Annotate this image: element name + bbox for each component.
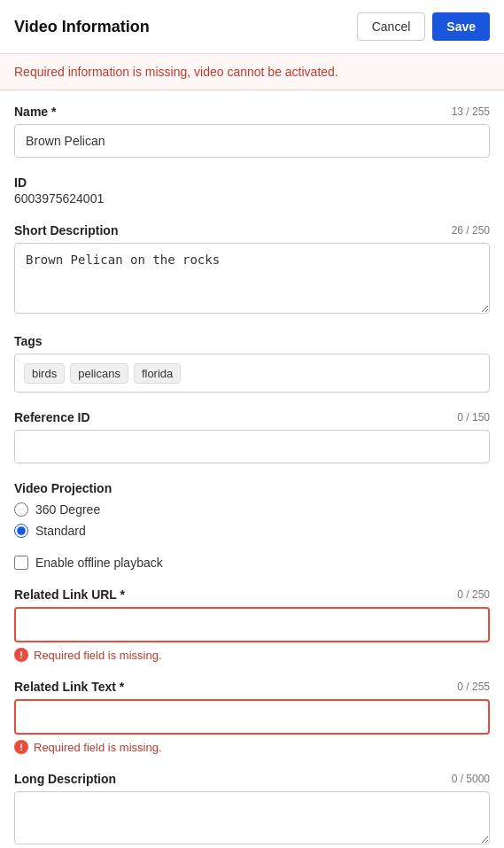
reference-id-label: Reference ID	[14, 410, 90, 424]
long-description-count: 0 / 5000	[452, 773, 490, 785]
tags-label: Tags	[14, 334, 490, 348]
offline-playback-label: Enable offline playback	[35, 556, 163, 570]
video-projection-label: Video Projection	[14, 481, 490, 495]
related-link-text-error-text: Required field is missing.	[34, 741, 162, 754]
radio-360-item[interactable]: 360 Degree	[14, 502, 490, 517]
name-field-group: Name * 13 / 255	[14, 105, 490, 158]
reference-id-input[interactable]	[14, 430, 490, 463]
cancel-button[interactable]: Cancel	[357, 12, 426, 41]
long-description-header: Long Description 0 / 5000	[14, 772, 490, 786]
name-field-header: Name * 13 / 255	[14, 105, 490, 119]
long-description-group: Long Description 0 / 5000	[14, 772, 490, 847]
long-description-label: Long Description	[14, 772, 116, 786]
name-input[interactable]	[14, 124, 490, 158]
error-banner-text: Required information is missing, video c…	[14, 65, 338, 79]
id-label: ID	[14, 175, 490, 190]
form-content: Name * 13 / 255 ID 6003975624001 Short D…	[0, 90, 504, 848]
video-projection-group: Video Projection 360 Degree Standard	[14, 481, 490, 538]
short-description-input[interactable]: Brown Pelican on the rocks	[14, 243, 490, 314]
reference-id-count: 0 / 150	[457, 411, 490, 424]
related-link-url-error: ! Required field is missing.	[14, 648, 490, 662]
radio-360-label: 360 Degree	[35, 502, 100, 517]
related-link-url-group: Related Link URL * 0 / 250 ! Required fi…	[14, 587, 490, 662]
short-description-header: Short Description 26 / 250	[14, 223, 490, 237]
tag-pelicans: pelicans	[70, 363, 128, 384]
id-value: 6003975624001	[14, 191, 490, 206]
short-description-label: Short Description	[14, 223, 118, 237]
long-description-input[interactable]	[14, 791, 490, 844]
related-link-text-error-icon: !	[14, 740, 28, 754]
related-link-url-error-text: Required field is missing.	[34, 649, 162, 662]
related-link-text-count: 0 / 255	[457, 681, 490, 693]
related-link-url-header: Related Link URL * 0 / 250	[14, 587, 490, 602]
related-link-url-count: 0 / 250	[457, 588, 490, 601]
related-link-text-group: Related Link Text * 0 / 255 ! Required f…	[14, 680, 490, 754]
name-label: Name *	[14, 105, 56, 119]
save-button[interactable]: Save	[432, 12, 490, 41]
name-count: 13 / 255	[452, 105, 490, 118]
related-link-text-header: Related Link Text * 0 / 255	[14, 680, 490, 694]
short-description-count: 26 / 250	[452, 224, 490, 237]
header-actions: Cancel Save	[357, 12, 490, 41]
related-link-url-error-icon: !	[14, 648, 28, 662]
radio-group: 360 Degree Standard	[14, 502, 490, 538]
related-link-text-input[interactable]	[14, 699, 490, 735]
related-link-text-label: Related Link Text *	[14, 680, 124, 694]
radio-standard-item[interactable]: Standard	[14, 524, 490, 538]
tag-birds: birds	[24, 363, 65, 384]
related-link-url-input[interactable]	[14, 607, 490, 642]
radio-standard-label: Standard	[35, 524, 86, 538]
tags-group: Tags birds pelicans florida	[14, 334, 490, 393]
id-section: ID 6003975624001	[14, 175, 490, 206]
tags-container[interactable]: birds pelicans florida	[14, 354, 490, 393]
short-description-group: Short Description 26 / 250 Brown Pelican…	[14, 223, 490, 316]
radio-360-input[interactable]	[14, 502, 28, 517]
related-link-text-error: ! Required field is missing.	[14, 740, 490, 754]
error-banner: Required information is missing, video c…	[0, 54, 504, 90]
radio-standard-input[interactable]	[14, 524, 28, 538]
offline-playback-checkbox[interactable]	[14, 556, 28, 570]
page-header: Video Information Cancel Save	[0, 0, 504, 54]
tag-florida: florida	[134, 363, 181, 384]
page-title: Video Information	[14, 18, 150, 36]
offline-playback-item[interactable]: Enable offline playback	[14, 556, 490, 570]
related-link-url-label: Related Link URL *	[14, 587, 125, 602]
reference-id-group: Reference ID 0 / 150	[14, 410, 490, 463]
reference-id-header: Reference ID 0 / 150	[14, 410, 490, 424]
